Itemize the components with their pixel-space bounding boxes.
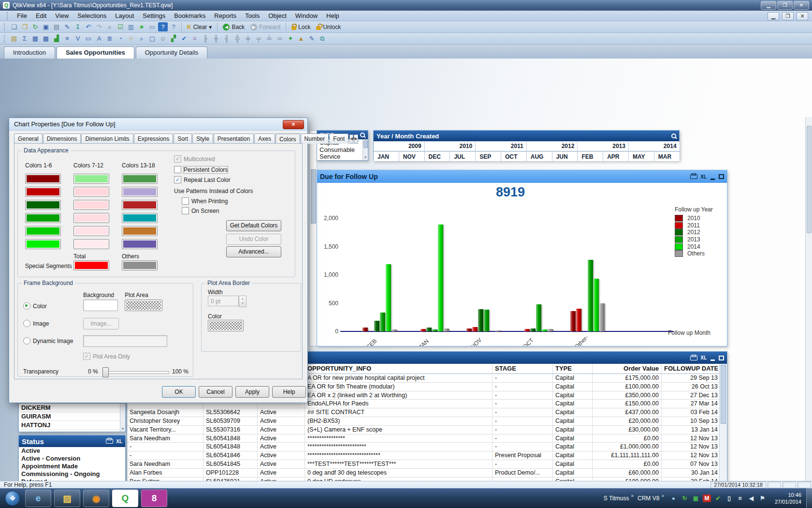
print-icon[interactable] xyxy=(106,439,113,444)
promote-icon[interactable]: ▲ xyxy=(296,34,306,43)
bar-OCT-2012[interactable] xyxy=(530,329,536,331)
table-row[interactable]: Sara Needham SL60541848 Active *********… xyxy=(127,434,727,443)
header-stage[interactable]: STAGE xyxy=(493,364,553,374)
properties-icon[interactable]: ✎ xyxy=(307,34,317,43)
dialog-tab[interactable]: Expressions xyxy=(134,134,173,144)
color-swatch[interactable] xyxy=(25,226,61,236)
list-item[interactable]: Active xyxy=(19,447,125,455)
current-selections-icon[interactable]: ☑ xyxy=(116,22,125,31)
dialog-tab[interactable]: Presentation xyxy=(214,134,254,144)
statistics-icon[interactable]: ≣ xyxy=(105,34,115,43)
redo-icon[interactable]: ↷ xyxy=(94,22,104,31)
month-cell[interactable]: JUL xyxy=(450,151,476,161)
maximize-icon[interactable] xyxy=(719,356,724,360)
persistent-colors-checkbox[interactable]: Persistent Colors xyxy=(174,166,228,173)
dialog-close-button[interactable]: × xyxy=(283,120,304,129)
color-radio[interactable]: Color xyxy=(23,302,47,310)
crm-app-icon[interactable]: 8 xyxy=(141,490,167,507)
restore-button[interactable]: ❐ xyxy=(777,1,793,10)
minimize-icon[interactable] xyxy=(710,359,715,361)
search-icon[interactable] xyxy=(360,133,365,137)
dynamic-image-radio[interactable]: Dynamic Image xyxy=(23,337,73,344)
menu-item[interactable]: View xyxy=(51,11,73,20)
dialog-tab[interactable]: Axes xyxy=(254,134,275,144)
container-icon[interactable]: ▢ xyxy=(147,34,157,43)
align-right-icon[interactable]: ╢ xyxy=(222,34,232,43)
table-row[interactable]: Sara Needham SL60541845 Active ***TEST**… xyxy=(127,460,727,469)
messenger-icon[interactable]: ● xyxy=(669,494,678,502)
status-caption[interactable]: Status XL xyxy=(19,435,125,447)
internet-explorer-icon[interactable]: e xyxy=(25,490,51,507)
multibox-icon[interactable]: V xyxy=(73,34,83,43)
format-painter-icon[interactable]: ✔ xyxy=(179,34,189,43)
month-cell[interactable]: DEC xyxy=(425,151,450,161)
menu-item[interactable]: Object xyxy=(264,11,291,20)
design-grid-icon[interactable]: ⌗ xyxy=(190,34,200,43)
sheet-scrollbar[interactable] xyxy=(805,117,812,508)
show-desktop-button[interactable] xyxy=(806,488,812,508)
help-button[interactable]: Help xyxy=(272,386,306,398)
bar-NOV-2010[interactable] xyxy=(466,329,472,331)
bar-FEB-2013[interactable] xyxy=(380,313,385,331)
bar-chart-icon[interactable]: ▟ xyxy=(52,34,61,43)
unlock-button[interactable]: Unlock xyxy=(313,23,344,31)
month-cell[interactable]: APR xyxy=(603,151,629,161)
width-spinner[interactable]: 0 pt xyxy=(208,296,239,306)
layout-icon[interactable]: ⧉ xyxy=(318,34,327,43)
display-settings-icon[interactable]: ▣ xyxy=(692,494,700,502)
search-object-icon[interactable]: ⌕ xyxy=(137,34,146,43)
action-center-flag-icon[interactable]: ⚑ xyxy=(758,494,767,502)
menu-item[interactable]: Layout xyxy=(111,11,138,20)
open-file-icon[interactable]: ❐ xyxy=(20,22,29,31)
list-item[interactable]: Service xyxy=(317,153,368,161)
bar-Other--2010[interactable] xyxy=(570,311,576,331)
undo-color-changes-button[interactable]: Undo Color Changes xyxy=(226,234,281,245)
advanced-button[interactable]: Advanced... xyxy=(226,246,281,257)
minimize-icon[interactable] xyxy=(710,179,715,180)
dialog-tab[interactable]: Style xyxy=(192,134,213,144)
dialog-tab[interactable]: Colors xyxy=(276,134,300,144)
others-color-swatch[interactable] xyxy=(122,260,158,270)
align-center-icon[interactable]: ╫ xyxy=(211,34,221,43)
bar-OCT-2014[interactable] xyxy=(542,329,547,331)
bar-NOV-2012[interactable] xyxy=(478,309,483,331)
wizard-icon[interactable]: ✦ xyxy=(286,34,295,43)
type-scrollbar[interactable]: ▼ xyxy=(362,139,368,160)
color-swatch[interactable] xyxy=(25,187,61,197)
width-spinner-arrows[interactable]: ▲▼ xyxy=(239,296,246,307)
tab-scroll-right-icon[interactable]: ▶ xyxy=(354,134,358,144)
when-printing-checkbox[interactable]: When Printing xyxy=(182,197,228,205)
color-swatch[interactable] xyxy=(122,239,158,249)
bar-Other--2011[interactable] xyxy=(576,309,581,331)
search-icon[interactable]: ⌕ xyxy=(105,22,115,31)
undo-icon[interactable]: ↶ xyxy=(84,22,93,31)
space-vertical-icon[interactable]: ╪ xyxy=(243,34,253,43)
network-icon[interactable]: ⌗ xyxy=(736,494,744,502)
align-left-icon[interactable]: ╟ xyxy=(201,34,210,43)
bar-FEB-2014[interactable] xyxy=(386,264,391,331)
taskbar-clock[interactable]: 10:46 27/01/2014 xyxy=(775,492,801,505)
color-swatch[interactable] xyxy=(73,226,109,236)
header-opportunity-info[interactable]: OPPORTUNITY_INFO xyxy=(305,364,493,374)
help-icon[interactable]: ? xyxy=(158,22,168,31)
lotus-notes-icon[interactable]: ◉ xyxy=(83,490,109,507)
gauge-icon[interactable]: ◔ xyxy=(116,34,125,43)
menu-item[interactable]: Selections xyxy=(73,11,111,20)
total-color-swatch[interactable] xyxy=(73,260,109,270)
tab-sales-opportunities[interactable]: Sales Opportunities xyxy=(57,46,134,59)
ok-button[interactable]: OK xyxy=(162,386,196,398)
repeat-last-color-checkbox[interactable]: ✓Repeat Last Color xyxy=(174,176,231,183)
table-icon[interactable]: ▦ xyxy=(30,34,40,43)
menu-item[interactable]: Edit xyxy=(31,11,51,20)
dynamic-image-input[interactable] xyxy=(83,335,167,347)
get-default-colors-button[interactable]: Get Default Colors xyxy=(226,220,281,231)
new-sheet-object-icon[interactable]: ▤ xyxy=(9,34,19,43)
align-top-icon[interactable]: ╤ xyxy=(254,34,263,43)
close-button[interactable]: ✕ xyxy=(794,1,809,10)
chart-caption[interactable]: Due for Follow Up XL xyxy=(317,170,727,183)
lock-button[interactable]: Lock xyxy=(289,23,313,31)
bar-Other--2013[interactable] xyxy=(588,260,593,331)
dialog-tab[interactable]: Dimensions xyxy=(43,134,81,144)
year-cell[interactable]: 2013 xyxy=(578,142,629,151)
back-button[interactable]: ◀Back xyxy=(220,23,247,31)
